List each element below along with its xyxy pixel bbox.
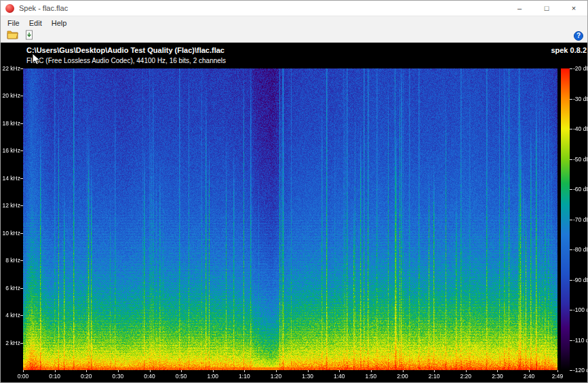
db-tick-label: -80 dB (573, 246, 587, 253)
db-tick-mark (570, 310, 572, 310)
time-tick-mark (371, 370, 372, 372)
time-tick-mark (213, 370, 214, 372)
freq-tick-label: 10 kHz (1, 230, 20, 237)
time-tick-label: 2:49 (546, 373, 569, 380)
time-tick-label: 1:10 (233, 373, 256, 380)
menubar: File Edit Help (1, 16, 587, 29)
db-tick-mark (570, 249, 572, 250)
db-tick-label: -60 dB (573, 186, 587, 193)
db-tick-label: -50 dB (573, 156, 587, 163)
freq-tick-label: 14 kHz (1, 175, 20, 182)
open-folder-icon (7, 30, 18, 41)
save-button[interactable] (22, 30, 37, 42)
open-button[interactable] (5, 30, 20, 42)
time-tick-label: 0:20 (75, 373, 98, 380)
window-title: Spek - flac.flac (19, 4, 68, 12)
db-tick-label: -110 dB (573, 337, 587, 344)
time-tick-label: 1:30 (296, 373, 319, 380)
time-tick-mark (118, 370, 119, 372)
db-tick-label: -120 dB (573, 367, 587, 374)
menu-file[interactable]: File (3, 18, 24, 28)
freq-tick-label: 18 kHz (1, 120, 20, 127)
time-tick-label: 1:50 (359, 373, 383, 380)
time-tick-mark (339, 370, 340, 372)
db-tick-mark (570, 370, 572, 371)
db-tick-mark (570, 99, 572, 100)
time-tick-label: 0:40 (138, 373, 161, 380)
time-tick-label: 2:00 (391, 373, 414, 380)
app-icon (5, 4, 14, 13)
db-tick-label: -100 dB (573, 306, 587, 313)
time-tick-label: 2:40 (517, 373, 541, 380)
close-button[interactable]: × (560, 1, 587, 16)
freq-tick-label: 20 kHz (1, 92, 20, 99)
db-tick-mark (570, 280, 572, 281)
freq-tick-label: 8 kHz (1, 257, 20, 264)
window-controls: – □ × (506, 1, 587, 16)
db-tick-label: -70 dB (573, 216, 587, 223)
db-tick-label: -40 dB (573, 125, 587, 132)
time-tick-mark (55, 370, 56, 372)
menu-edit[interactable]: Edit (24, 18, 47, 28)
time-tick-label: 1:40 (328, 373, 351, 380)
time-tick-mark (181, 370, 182, 372)
time-tick-label: 2:20 (454, 373, 477, 380)
help-icon[interactable]: ? (574, 31, 583, 41)
db-tick-mark (570, 129, 572, 129)
app-version: spek 0.8.2 (551, 46, 587, 54)
time-tick-mark (276, 370, 277, 372)
time-tick-label: 0:10 (43, 373, 66, 380)
db-tick-label: -90 dB (573, 277, 587, 283)
time-tick-label: 2:30 (486, 373, 509, 380)
titlebar: Spek - flac.flac – □ × (1, 1, 587, 16)
save-icon (24, 30, 34, 42)
file-path: C:\Users\Gus\Desktop\Audio Test Quality … (26, 46, 224, 54)
mouse-cursor (32, 53, 41, 66)
db-tick-label: -30 dB (573, 96, 587, 102)
time-tick-mark (434, 370, 435, 372)
db-tick-label: -20 dB (573, 65, 587, 72)
time-tick-mark (497, 370, 498, 372)
maximize-button[interactable]: □ (533, 1, 560, 16)
time-tick-label: 2:10 (423, 373, 446, 380)
time-tick-label: 0:50 (170, 373, 193, 380)
spectrogram-view: C:\Users\Gus\Desktop\Audio Test Quality … (1, 43, 587, 382)
toolbar: ? (1, 29, 587, 43)
colorbar (561, 68, 570, 370)
db-tick-mark (570, 159, 572, 160)
freq-tick-label: 4 kHz (1, 312, 20, 319)
time-tick-mark (529, 370, 530, 372)
db-tick-mark (570, 189, 572, 190)
time-tick-label: 0:30 (106, 373, 130, 380)
freq-tick-label: 16 kHz (1, 147, 20, 154)
db-tick-mark (570, 68, 572, 69)
freq-tick-label: 2 kHz (1, 340, 20, 346)
time-tick-mark (308, 370, 309, 372)
time-tick-mark (466, 370, 467, 372)
time-tick-mark (23, 370, 24, 372)
time-tick-label: 1:00 (201, 373, 224, 380)
freq-tick-label: 6 kHz (1, 285, 20, 291)
db-tick-mark (570, 220, 572, 220)
freq-tick-label: 22 kHz (1, 65, 20, 72)
db-tick-mark (570, 340, 572, 341)
time-tick-mark (557, 370, 558, 372)
spectrogram-canvas (23, 68, 557, 370)
freq-tick-label: 12 kHz (1, 202, 20, 209)
spek-window: Spek - flac.flac – □ × File Edit Help (0, 0, 588, 383)
time-tick-mark (244, 370, 245, 372)
time-tick-mark (86, 370, 87, 372)
time-tick-label: 0:00 (12, 373, 35, 380)
time-tick-mark (403, 370, 404, 372)
time-tick-mark (150, 370, 151, 372)
minimize-button[interactable]: – (506, 1, 533, 16)
menu-help[interactable]: Help (47, 18, 72, 28)
format-info: FLAC (Free Lossless Audio Codec), 44100 … (26, 57, 226, 64)
time-tick-label: 1:20 (264, 373, 288, 380)
